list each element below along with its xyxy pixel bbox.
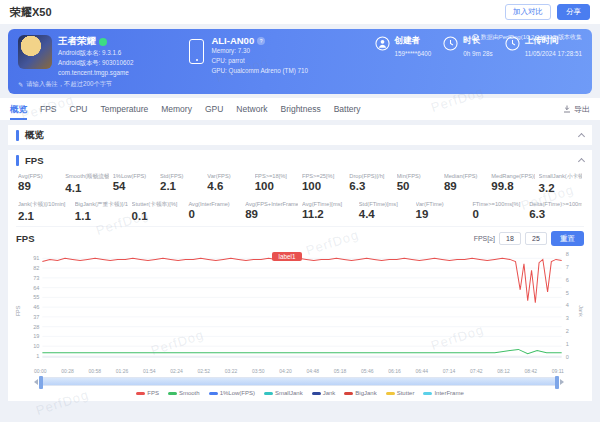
legend-item[interactable]: 1%Low(FPS)	[209, 390, 255, 396]
app-version-name: Android版本名: 9.3.1.6	[58, 48, 134, 58]
stat-cell: Drop(FPS)[/h]6.3	[347, 172, 394, 195]
stat-label: Std(FPS)	[160, 173, 203, 179]
tab-overview[interactable]: 概览	[10, 98, 27, 120]
stat-value: 6.3	[529, 208, 582, 220]
stat-cell: Median(FPS)89	[442, 172, 489, 195]
x-tick: 04:48	[307, 368, 320, 374]
export-button[interactable]: 导出	[563, 98, 590, 120]
svg-text:1: 1	[566, 341, 569, 347]
chart-brush[interactable]	[34, 377, 564, 386]
reset-button[interactable]: 重置	[551, 231, 584, 246]
legend-item[interactable]: SmallJank	[264, 390, 303, 396]
svg-text:82: 82	[33, 265, 39, 271]
legend-item[interactable]: Jank	[312, 390, 336, 396]
tab-battery[interactable]: Battery	[334, 98, 361, 120]
x-tick: 01:54	[143, 368, 156, 374]
fps-line-chart[interactable]: 918273645546372819101876543210	[16, 249, 584, 367]
series-Smooth	[42, 350, 561, 354]
stat-cell: Var(FPS)4.6	[205, 172, 252, 195]
svg-text:64: 64	[33, 285, 39, 291]
download-icon	[563, 105, 571, 113]
app-version-code: Android版本号: 903010602	[58, 58, 134, 68]
edit-icon: ✎	[18, 81, 23, 88]
topbar-actions: 加入对比 分享	[505, 4, 590, 20]
stat-cell: Std(FPS)2.1	[158, 172, 205, 195]
share-button[interactable]: 分享	[557, 4, 590, 20]
stat-value: 11.2	[302, 208, 355, 220]
legend-label: SmallJank	[275, 390, 303, 396]
legend-item[interactable]: Stutter	[386, 390, 415, 396]
legend-swatch	[136, 392, 145, 395]
stat-label: Delta(FTime)>=100ms[/h]	[529, 201, 582, 207]
person-icon	[375, 36, 390, 51]
stat-label: SmallJank(小卡顿)[%]	[539, 173, 582, 181]
overview-section-title: 概览	[25, 129, 44, 142]
tab-network[interactable]: Network	[236, 98, 267, 120]
add-to-compare-button[interactable]: 加入对比	[505, 4, 551, 20]
brush-handle-left[interactable]	[39, 376, 43, 389]
tab-memory[interactable]: Memory	[161, 98, 192, 120]
tab-gpu[interactable]: GPU	[205, 98, 223, 120]
tab-fps[interactable]: FPS	[40, 98, 57, 120]
section-accent	[16, 130, 19, 141]
svg-text:73: 73	[33, 275, 39, 281]
legend-item[interactable]: FPS	[136, 390, 159, 396]
svg-text:7: 7	[566, 264, 569, 270]
stat-cell: Jank(卡顿)[/10min]2.1	[16, 200, 73, 223]
device-gpu: GPU: Qualcomm Adreno (TM) 710	[211, 66, 308, 76]
stat-label: Avg(FPS+InterFrame)	[245, 201, 298, 207]
svg-text:37: 37	[33, 314, 39, 320]
fps-chart[interactable]: FPS Jank 918273645546372819101876543210 …	[16, 249, 584, 367]
brush-right-arrow-icon[interactable]	[560, 379, 564, 385]
fps-section-title: FPS	[25, 155, 43, 166]
brush-track[interactable]	[40, 377, 558, 386]
svg-text:28: 28	[33, 324, 39, 330]
stat-label: Avg(FTime)[ms]	[302, 201, 355, 207]
tab-cpu[interactable]: CPU	[70, 98, 88, 120]
x-tick: 04:20	[279, 368, 292, 374]
tab-brightness[interactable]: Brightness	[281, 98, 321, 120]
stat-label: Std(FTime)[ms]	[359, 201, 412, 207]
stat-value: 99.8	[491, 180, 534, 192]
case-summary-card: i 数据由PerfDog(10.2.240313)版本收集 王者荣耀 Andro…	[8, 29, 592, 94]
stat-cell: FPS>=25[%]100	[300, 172, 347, 195]
chevron-up-icon	[578, 158, 585, 165]
stat-label: Median(FPS)	[444, 173, 487, 179]
overview-section-header[interactable]: 概览	[8, 125, 592, 145]
svg-text:4: 4	[566, 303, 569, 309]
legend-item[interactable]: Smooth	[168, 390, 200, 396]
stat-value: 4.6	[207, 180, 250, 192]
device-memory: Memory: 7.30	[211, 46, 308, 56]
remark-input[interactable]: ✎ 请输入备注，不超过200个字节	[18, 80, 582, 89]
fps-section-header[interactable]: FPS	[16, 150, 584, 170]
stat-cell: Stutter(卡顿率)[%]0.1	[130, 200, 187, 223]
brush-left-arrow-icon[interactable]	[34, 379, 38, 385]
stat-cell: Var(FTime)19	[414, 200, 471, 223]
collect-version-text: 数据由PerfDog(10.2.240313)版本收集	[481, 33, 582, 42]
tab-temperature[interactable]: Temperature	[100, 98, 148, 120]
legend-item[interactable]: BigJank	[344, 390, 376, 396]
svg-text:3: 3	[566, 316, 569, 322]
threshold-low-input[interactable]	[499, 232, 521, 245]
threshold-high-input[interactable]	[525, 232, 547, 245]
chart-legend: FPSSmooth1%Low(FPS)SmallJankJankBigJankS…	[16, 390, 584, 396]
svg-text:91: 91	[33, 256, 39, 262]
stat-label: Drop(FPS)[/h]	[349, 173, 392, 179]
phone-icon	[189, 39, 204, 64]
svg-text:55: 55	[33, 295, 39, 301]
stat-cell: 1%Low(FPS)54	[111, 172, 158, 195]
brush-handle-right[interactable]	[555, 376, 559, 389]
device-info: ALI-AN00 ? Memory: 7.30 CPU: parrot GPU:…	[189, 35, 362, 75]
brush-selection[interactable]	[41, 378, 557, 385]
x-tick: 03:50	[252, 368, 265, 374]
x-tick: 07:42	[470, 368, 483, 374]
stat-label: Stutter(卡顿率)[%]	[132, 201, 185, 209]
stat-label: Smooth(顺畅流畅度)	[65, 173, 108, 181]
x-axis-ticks: 00:0000:2800:5801:2601:5402:2402:5203:22…	[16, 368, 584, 374]
x-tick: 02:24	[170, 368, 183, 374]
info-icon: i	[472, 34, 479, 41]
stat-value: 100	[255, 180, 298, 192]
legend-item[interactable]: InterFrame	[423, 390, 463, 396]
creator-value: 159*****6400	[395, 50, 432, 57]
stat-label: FPS>=18[%]	[255, 173, 298, 179]
